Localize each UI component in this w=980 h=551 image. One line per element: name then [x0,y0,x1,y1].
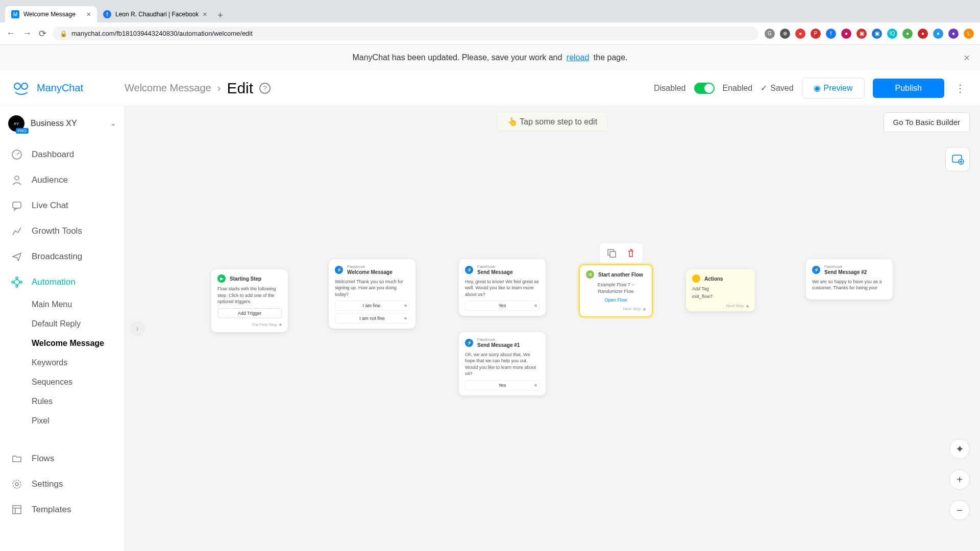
sidebar-item-growth[interactable]: Growth Tools [0,218,124,244]
svg-point-0 [14,83,20,89]
sidebar-item-audience[interactable]: Audience [0,167,124,193]
node-button[interactable]: Yes [465,300,540,311]
page-title: Edit [227,80,253,97]
sub-item-keywords[interactable]: Keywords [32,353,124,372]
close-banner-icon[interactable]: × [964,52,970,64]
saved-indicator: ✓ Saved [761,83,793,93]
basic-builder-button[interactable]: Go To Basic Builder [884,112,970,132]
add-step-button[interactable] [945,147,970,171]
org-switcher[interactable]: XYPRO Business XY ⌄ [0,110,124,142]
ext-icon[interactable]: f [826,29,836,39]
new-tab-button[interactable]: + [213,8,227,22]
duplicate-icon[interactable] [606,247,617,259]
svg-point-11 [13,480,21,488]
app-header: ManyChat Welcome Message › Edit ? Disabl… [0,70,980,106]
ext-icon[interactable]: ● [841,29,851,39]
sub-item-welcome[interactable]: Welcome Message [32,334,124,353]
ext-icon[interactable]: ● [795,29,805,39]
node-button[interactable]: I am not fine [335,313,409,323]
reload-link[interactable]: reload [567,53,589,62]
node-button[interactable]: I am fine. [335,300,409,311]
sidebar-item-livechat[interactable]: Live Chat [0,193,124,218]
banner-text-before: ManyChat has been updated. Please, save … [352,53,564,62]
reload-icon[interactable]: ⟳ [39,28,46,39]
svg-point-6 [16,277,18,279]
node-send-message-1[interactable]: ⚡ Facebook Send Message #1 Oh, we are so… [459,332,546,395]
node-title: Welcome Message [347,269,393,276]
address-bar: ← → ⟳ 🔒 manychat.com/fb181039443240830/a… [0,22,980,45]
bolt-icon: ⚡ [692,274,700,283]
sub-item-defaultreply[interactable]: Default Reply [32,314,124,334]
close-tab-icon[interactable]: × [203,10,207,18]
ext-icon[interactable]: ⊕ [780,29,790,39]
ext-icon[interactable]: ● [902,29,913,39]
node-button[interactable]: Yes [465,380,540,390]
node-actions[interactable]: ⚡ Actions Add Tag exit_flow7 Next Step [686,269,755,311]
lock-icon: 🔒 [60,30,67,37]
sub-item-rules[interactable]: Rules [32,392,124,411]
node-send-message[interactable]: ⚡ Facebook Send Message Hey, great to kn… [459,259,546,316]
node-start-another-flow[interactable]: ⇉ Start another Flow Example Flow 7 – Ra… [579,264,653,317]
avatar-icon[interactable]: L [964,29,974,39]
ext-icon[interactable]: ▣ [856,29,867,39]
ext-icon[interactable]: ● [918,29,928,39]
sidebar-item-broadcasting[interactable]: Broadcasting [0,244,124,269]
zoom-in-button[interactable]: + [949,469,970,490]
sidebar-item-templates[interactable]: Templates [0,497,124,522]
broadcast-icon [11,251,22,262]
flow-canvas[interactable]: 👆 Tap some step to edit Go To Basic Buil… [125,106,980,551]
sub-item-pixel[interactable]: Pixel [32,411,124,431]
node-footer: Next Step [692,304,749,308]
update-banner: ManyChat has been updated. Please, save … [0,45,980,70]
publish-button[interactable]: Publish [873,79,944,98]
node-title: Starting Step [230,276,261,282]
preview-button[interactable]: ◉ Preview [802,78,865,98]
tab-title: Welcome Message [23,11,76,18]
auto-arrange-button[interactable]: ✦ [949,439,970,459]
sub-item-sequences[interactable]: Sequences [32,372,124,392]
close-tab-icon[interactable]: × [87,10,91,18]
help-icon[interactable]: ? [259,83,271,94]
automation-sub-items: Main Menu Default Reply Welcome Message … [0,295,124,431]
play-icon: ▶ [217,274,226,283]
sidebar-item-automation[interactable]: Automation [0,269,124,295]
sub-item-mainmenu[interactable]: Main Menu [32,295,124,314]
tap-hint: 👆 Tap some step to edit [497,112,608,131]
ext-icon[interactable]: IQ [887,29,897,39]
node-subtitle: Facebook [477,337,520,342]
delete-icon[interactable] [625,247,636,259]
templates-icon [11,504,22,515]
pro-badge: PRO [16,128,29,134]
url-input[interactable]: 🔒 manychat.com/fb181039443240830/automat… [53,27,758,40]
ext-icon[interactable]: ● [948,29,959,39]
back-icon[interactable]: ← [6,28,15,39]
zoom-out-button[interactable]: − [949,500,970,520]
node-body: Oh, we are sorry about that. We hope tha… [465,352,540,377]
forward-icon[interactable]: → [22,28,32,39]
favicon-icon: f [103,10,111,18]
enable-toggle[interactable] [694,83,715,94]
ext-icon[interactable]: P [811,29,821,39]
add-trigger-button[interactable]: Add Trigger [217,308,282,318]
sidebar-item-label: Dashboard [32,149,74,160]
breadcrumb-item[interactable]: Welcome Message [125,82,211,94]
sidebar-item-settings[interactable]: Settings [0,471,124,497]
more-menu-icon[interactable]: ⋮ [952,82,968,94]
open-flow-link[interactable]: Open Flow [586,297,646,303]
sidebar-item-dashboard[interactable]: Dashboard [0,142,124,167]
side-panel-handle[interactable]: › [130,321,145,336]
ext-icon[interactable]: G [765,29,775,39]
sidebar-item-label: Settings [32,479,63,489]
ext-icon[interactable]: ▣ [872,29,882,39]
browser-tab[interactable]: f Leon R. Chaudhari | Facebook × [97,6,213,22]
chat-icon [11,200,22,211]
ext-icon[interactable]: ● [933,29,943,39]
svg-point-1 [21,83,28,89]
sidebar-item-flows[interactable]: Flows [0,446,124,471]
node-send-message-2[interactable]: ⚡ Facebook Send Message #2 We are so hap… [806,259,893,299]
node-welcome-message[interactable]: ⚡ Facebook Welcome Message Welcome! Than… [329,259,415,329]
extension-icons: G ⊕ ● P f ● ▣ ▣ IQ ● ● ● ● L [765,29,974,39]
browser-tab-active[interactable]: M Welcome Message × [5,6,97,22]
node-starting-step[interactable]: ▶ Starting Step Flow starts with the fol… [211,269,288,332]
zoom-controls: ✦ + − [949,439,970,520]
